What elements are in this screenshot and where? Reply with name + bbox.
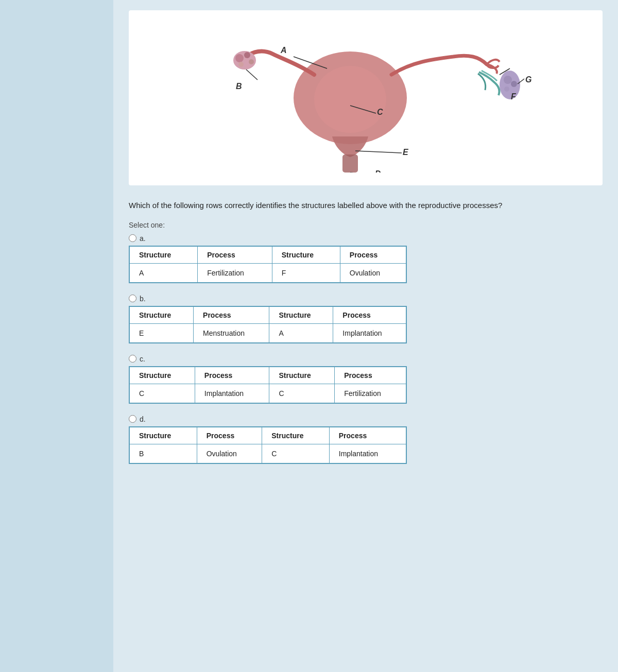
svg-point-6	[238, 62, 244, 67]
svg-point-3	[235, 54, 244, 62]
a-cell-process2: Ovulation	[340, 263, 406, 283]
option-d-label: d.	[140, 415, 146, 423]
d-cell-process1: Ovulation	[197, 444, 262, 463]
a-header-structure1: Structure	[129, 246, 198, 264]
b-cell-process1: Menstruation	[194, 323, 269, 343]
option-c-block: c. Structure Process Structure Process C…	[129, 355, 603, 404]
svg-text:E: E	[403, 148, 409, 157]
svg-line-20	[355, 151, 402, 153]
c-cell-process2: Fertilization	[335, 384, 406, 403]
d-header-process2: Process	[329, 427, 406, 444]
option-c-label: c.	[140, 355, 145, 363]
b-header-structure2: Structure	[269, 306, 333, 324]
option-b-block: b. Structure Process Structure Process E…	[129, 295, 603, 343]
svg-point-9	[511, 81, 517, 87]
svg-point-10	[504, 87, 509, 92]
b-header-process1: Process	[194, 306, 269, 324]
option-c-table: Structure Process Structure Process C Im…	[129, 366, 407, 404]
svg-point-4	[244, 52, 250, 58]
a-header-process2: Process	[340, 246, 406, 264]
d-cell-structure2: C	[262, 444, 330, 463]
page-wrapper: A B C D E F	[0, 0, 618, 672]
radio-c[interactable]	[129, 355, 136, 363]
option-d-block: d. Structure Process Structure Process B…	[129, 415, 603, 464]
anatomy-svg: A B C D E F	[191, 23, 541, 173]
option-a-label: a.	[140, 234, 146, 243]
a-cell-structure2: F	[272, 263, 340, 283]
d-header-structure1: Structure	[129, 427, 197, 444]
option-a-block: a. Structure Process Structure Process A…	[129, 234, 603, 283]
option-b-label: b.	[140, 295, 146, 303]
svg-text:C: C	[377, 108, 383, 116]
c-header-process1: Process	[195, 367, 269, 384]
d-cell-process2: Implantation	[329, 444, 406, 463]
svg-text:A: A	[280, 46, 287, 55]
select-one-label: Select one:	[129, 221, 603, 229]
b-cell-structure2: A	[269, 323, 333, 343]
main-content: A B C D E F	[113, 0, 618, 672]
d-header-structure2: Structure	[262, 427, 330, 444]
c-header-process2: Process	[335, 367, 406, 384]
question-text: Which of the following rows correctly id…	[129, 200, 603, 212]
option-d-row: d.	[129, 415, 603, 423]
svg-text:B: B	[236, 82, 242, 91]
option-c-row: c.	[129, 355, 603, 363]
svg-point-8	[504, 76, 512, 84]
svg-line-14	[246, 70, 258, 80]
a-cell-structure1: A	[129, 263, 198, 283]
c-header-structure2: Structure	[269, 367, 335, 384]
svg-rect-11	[342, 154, 358, 173]
left-sidebar	[0, 0, 113, 672]
option-a-row: a.	[129, 234, 603, 243]
b-cell-process2: Implantation	[333, 323, 406, 343]
diagram-container: A B C D E F	[129, 10, 603, 185]
svg-point-7	[500, 71, 520, 99]
c-header-structure1: Structure	[129, 367, 195, 384]
option-b-table: Structure Process Structure Process E Me…	[129, 306, 407, 343]
svg-point-1	[314, 66, 386, 133]
c-cell-structure1: C	[129, 384, 195, 403]
b-header-structure1: Structure	[129, 306, 194, 324]
a-header-structure2: Structure	[272, 246, 340, 264]
c-cell-structure2: C	[269, 384, 335, 403]
a-header-process1: Process	[198, 246, 272, 264]
option-d-table: Structure Process Structure Process B Ov…	[129, 426, 407, 464]
radio-d[interactable]	[129, 415, 136, 423]
c-cell-process1: Implantation	[195, 384, 269, 403]
radio-b[interactable]	[129, 295, 136, 302]
a-cell-process1: Fertilization	[198, 263, 272, 283]
d-header-process1: Process	[197, 427, 262, 444]
anatomy-diagram: A B C D E F	[191, 23, 541, 173]
option-a-table: Structure Process Structure Process A Fe…	[129, 246, 407, 283]
b-header-process2: Process	[333, 306, 406, 324]
svg-point-5	[249, 59, 254, 64]
b-cell-structure1: E	[129, 323, 194, 343]
svg-text:D: D	[375, 169, 381, 173]
svg-text:F: F	[511, 92, 517, 101]
svg-text:G: G	[525, 75, 531, 84]
option-b-row: b.	[129, 295, 603, 303]
radio-a[interactable]	[129, 234, 136, 242]
d-cell-structure1: B	[129, 444, 197, 463]
